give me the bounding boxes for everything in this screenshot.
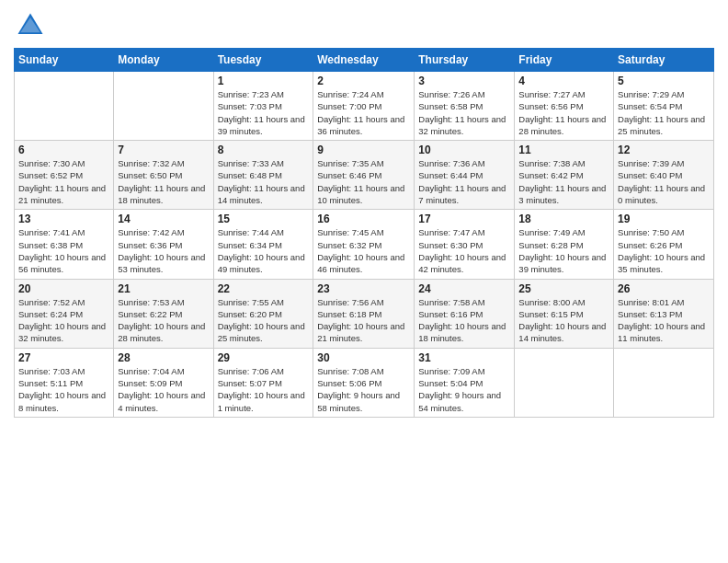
- col-saturday: Saturday: [614, 49, 714, 72]
- day-number: 24: [418, 282, 510, 295]
- day-number: 29: [218, 351, 310, 364]
- day-cell: 16Sunrise: 7:45 AMSunset: 6:32 PMDayligh…: [313, 210, 415, 279]
- day-cell: 12Sunrise: 7:39 AMSunset: 6:40 PMDayligh…: [614, 141, 714, 210]
- day-info: Sunrise: 7:29 AMSunset: 6:54 PMDaylight:…: [618, 88, 710, 137]
- week-row-5: 27Sunrise: 7:03 AMSunset: 5:11 PMDayligh…: [15, 348, 714, 417]
- day-cell: 7Sunrise: 7:32 AMSunset: 6:50 PMDaylight…: [114, 141, 213, 210]
- day-number: 15: [218, 213, 310, 225]
- day-info: Sunrise: 7:23 AMSunset: 7:03 PMDaylight:…: [218, 88, 310, 137]
- day-cell: 15Sunrise: 7:44 AMSunset: 6:34 PMDayligh…: [213, 210, 313, 279]
- day-info: Sunrise: 7:53 AMSunset: 6:22 PMDaylight:…: [118, 296, 209, 345]
- day-cell: [114, 72, 213, 141]
- day-number: 8: [218, 144, 310, 156]
- day-cell: 29Sunrise: 7:06 AMSunset: 5:07 PMDayligh…: [213, 348, 313, 417]
- week-row-1: 1Sunrise: 7:23 AMSunset: 7:03 PMDaylight…: [15, 72, 714, 141]
- day-info: Sunrise: 7:56 AMSunset: 6:18 PMDaylight:…: [317, 296, 410, 345]
- day-number: 3: [418, 75, 510, 87]
- day-cell: 3Sunrise: 7:26 AMSunset: 6:58 PMDaylight…: [415, 72, 515, 141]
- day-info: Sunrise: 7:52 AMSunset: 6:24 PMDaylight:…: [18, 296, 109, 345]
- day-number: 20: [18, 282, 109, 295]
- col-thursday: Thursday: [415, 49, 515, 72]
- day-cell: 14Sunrise: 7:42 AMSunset: 6:36 PMDayligh…: [114, 210, 213, 279]
- day-number: 4: [518, 75, 609, 87]
- day-cell: [614, 348, 714, 417]
- calendar-body: 1Sunrise: 7:23 AMSunset: 7:03 PMDaylight…: [15, 72, 714, 418]
- day-number: 17: [418, 213, 510, 225]
- day-cell: 18Sunrise: 7:49 AMSunset: 6:28 PMDayligh…: [515, 210, 614, 279]
- day-info: Sunrise: 7:38 AMSunset: 6:42 PMDaylight:…: [518, 157, 609, 206]
- day-cell: 28Sunrise: 7:04 AMSunset: 5:09 PMDayligh…: [114, 348, 213, 417]
- day-cell: 6Sunrise: 7:30 AMSunset: 6:52 PMDaylight…: [15, 141, 114, 210]
- header: [14, 9, 714, 42]
- day-info: Sunrise: 7:09 AMSunset: 5:04 PMDaylight:…: [418, 365, 510, 414]
- day-cell: [15, 72, 114, 141]
- day-number: 6: [18, 144, 109, 156]
- calendar-header: Sunday Monday Tuesday Wednesday Thursday…: [15, 49, 714, 72]
- day-info: Sunrise: 7:49 AMSunset: 6:28 PMDaylight:…: [518, 226, 609, 275]
- day-cell: 1Sunrise: 7:23 AMSunset: 7:03 PMDaylight…: [213, 72, 313, 141]
- day-number: 28: [118, 351, 209, 364]
- day-number: 26: [618, 282, 710, 295]
- week-row-3: 13Sunrise: 7:41 AMSunset: 6:38 PMDayligh…: [15, 210, 714, 279]
- col-friday: Friday: [515, 49, 614, 72]
- day-number: 19: [618, 213, 710, 225]
- day-info: Sunrise: 8:00 AMSunset: 6:15 PMDaylight:…: [518, 296, 609, 345]
- day-number: 11: [518, 144, 609, 156]
- day-cell: 19Sunrise: 7:50 AMSunset: 6:26 PMDayligh…: [614, 210, 714, 279]
- day-cell: 26Sunrise: 8:01 AMSunset: 6:13 PMDayligh…: [614, 279, 714, 348]
- day-number: 14: [118, 213, 209, 225]
- day-info: Sunrise: 7:55 AMSunset: 6:20 PMDaylight:…: [218, 296, 310, 345]
- header-row: Sunday Monday Tuesday Wednesday Thursday…: [15, 49, 714, 72]
- day-number: 31: [418, 351, 510, 364]
- day-info: Sunrise: 7:27 AMSunset: 6:56 PMDaylight:…: [518, 88, 609, 137]
- calendar-table: Sunday Monday Tuesday Wednesday Thursday…: [14, 48, 714, 418]
- day-cell: 4Sunrise: 7:27 AMSunset: 6:56 PMDaylight…: [515, 72, 614, 141]
- day-info: Sunrise: 7:35 AMSunset: 6:46 PMDaylight:…: [317, 157, 410, 206]
- day-number: 9: [317, 144, 410, 156]
- day-number: 12: [618, 144, 710, 156]
- day-info: Sunrise: 7:36 AMSunset: 6:44 PMDaylight:…: [418, 157, 510, 206]
- day-number: 10: [418, 144, 510, 156]
- day-number: 5: [618, 75, 710, 87]
- day-number: 25: [518, 282, 609, 295]
- col-monday: Monday: [114, 49, 213, 72]
- day-info: Sunrise: 7:30 AMSunset: 6:52 PMDaylight:…: [18, 157, 109, 206]
- day-cell: 5Sunrise: 7:29 AMSunset: 6:54 PMDaylight…: [614, 72, 714, 141]
- day-info: Sunrise: 7:03 AMSunset: 5:11 PMDaylight:…: [18, 365, 109, 414]
- day-number: 21: [118, 282, 209, 295]
- day-info: Sunrise: 7:47 AMSunset: 6:30 PMDaylight:…: [418, 226, 510, 275]
- day-info: Sunrise: 7:04 AMSunset: 5:09 PMDaylight:…: [118, 365, 209, 414]
- day-info: Sunrise: 7:42 AMSunset: 6:36 PMDaylight:…: [118, 226, 209, 275]
- week-row-2: 6Sunrise: 7:30 AMSunset: 6:52 PMDaylight…: [15, 141, 714, 210]
- day-number: 13: [18, 213, 109, 225]
- logo-icon: [14, 9, 47, 42]
- day-cell: 2Sunrise: 7:24 AMSunset: 7:00 PMDaylight…: [313, 72, 415, 141]
- day-number: 23: [317, 282, 410, 295]
- day-number: 7: [118, 144, 209, 156]
- day-cell: 13Sunrise: 7:41 AMSunset: 6:38 PMDayligh…: [15, 210, 114, 279]
- day-info: Sunrise: 7:26 AMSunset: 6:58 PMDaylight:…: [418, 88, 510, 137]
- day-cell: [515, 348, 614, 417]
- day-cell: 31Sunrise: 7:09 AMSunset: 5:04 PMDayligh…: [415, 348, 515, 417]
- day-cell: 25Sunrise: 8:00 AMSunset: 6:15 PMDayligh…: [515, 279, 614, 348]
- day-cell: 24Sunrise: 7:58 AMSunset: 6:16 PMDayligh…: [415, 279, 515, 348]
- day-cell: 23Sunrise: 7:56 AMSunset: 6:18 PMDayligh…: [313, 279, 415, 348]
- day-cell: 11Sunrise: 7:38 AMSunset: 6:42 PMDayligh…: [515, 141, 614, 210]
- day-info: Sunrise: 7:06 AMSunset: 5:07 PMDaylight:…: [218, 365, 310, 414]
- day-number: 30: [317, 351, 410, 364]
- col-tuesday: Tuesday: [213, 49, 313, 72]
- day-info: Sunrise: 7:58 AMSunset: 6:16 PMDaylight:…: [418, 296, 510, 345]
- col-sunday: Sunday: [15, 49, 114, 72]
- day-info: Sunrise: 7:32 AMSunset: 6:50 PMDaylight:…: [118, 157, 209, 206]
- day-info: Sunrise: 7:45 AMSunset: 6:32 PMDaylight:…: [317, 226, 410, 275]
- day-number: 22: [218, 282, 310, 295]
- col-wednesday: Wednesday: [313, 49, 415, 72]
- day-number: 16: [317, 213, 410, 225]
- day-cell: 22Sunrise: 7:55 AMSunset: 6:20 PMDayligh…: [213, 279, 313, 348]
- day-number: 1: [218, 75, 310, 87]
- day-number: 27: [18, 351, 109, 364]
- day-info: Sunrise: 7:44 AMSunset: 6:34 PMDaylight:…: [218, 226, 310, 275]
- day-info: Sunrise: 7:33 AMSunset: 6:48 PMDaylight:…: [218, 157, 310, 206]
- day-cell: 27Sunrise: 7:03 AMSunset: 5:11 PMDayligh…: [15, 348, 114, 417]
- day-info: Sunrise: 7:24 AMSunset: 7:00 PMDaylight:…: [317, 88, 410, 137]
